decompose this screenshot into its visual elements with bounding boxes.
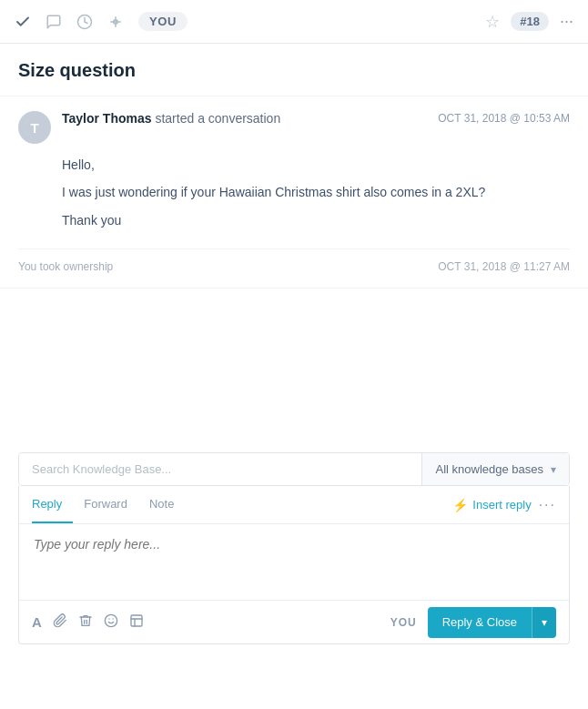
message-timestamp: OCT 31, 2018 @ 10:53 AM	[438, 112, 570, 125]
kb-dropdown[interactable]: All knowledge bases ▾	[421, 453, 569, 485]
kb-dropdown-label: All knowledge bases	[435, 462, 543, 476]
reply-close-btn-group: Reply & Close ▾	[428, 607, 556, 638]
you-badge: YOU	[138, 12, 188, 31]
message-meta: Taylor Thomas started a conversation OCT…	[62, 111, 570, 126]
tab-forward[interactable]: Forward	[73, 486, 138, 523]
insert-reply-button[interactable]: ⚡ Insert reply	[452, 498, 531, 512]
kb-search-container: All knowledge bases ▾	[18, 452, 570, 486]
ticket-badge: #18	[511, 12, 549, 31]
message-sender: Taylor Thomas	[62, 111, 152, 126]
kb-dropdown-arrow-icon: ▾	[551, 463, 556, 476]
svg-rect-7	[131, 615, 142, 626]
avatar: T	[18, 111, 51, 144]
message-line-3: Thank you	[62, 210, 570, 230]
page-title: Size question	[0, 44, 588, 96]
reply-tabs: Reply Forward Note ⚡ Insert reply ···	[19, 486, 569, 524]
reply-container: Reply Forward Note ⚡ Insert reply ··· A …	[18, 486, 570, 644]
message-header: T Taylor Thomas started a conversation O…	[18, 111, 570, 144]
reply-close-dropdown-button[interactable]: ▾	[532, 607, 556, 638]
lightning-icon: ⚡	[452, 498, 468, 512]
insert-reply-label: Insert reply	[472, 498, 531, 511]
check-icon[interactable]	[15, 14, 31, 30]
empty-space	[0, 289, 588, 434]
svg-point-4	[105, 614, 117, 626]
star-icon[interactable]: ☆	[485, 12, 500, 32]
tab-note[interactable]: Note	[138, 486, 185, 523]
filter-icon[interactable]	[107, 14, 124, 30]
kb-search-input[interactable]	[19, 453, 421, 485]
conversation-container: T Taylor Thomas started a conversation O…	[0, 96, 588, 289]
message-line-2: I was just wondering if your Hawaiian Ch…	[62, 182, 570, 202]
tab-reply[interactable]: Reply	[32, 486, 73, 523]
you-label: YOU	[390, 616, 417, 629]
emoji-icon[interactable]	[104, 613, 118, 632]
article-icon[interactable]	[129, 613, 144, 632]
message-action: started a conversation	[155, 111, 280, 126]
reply-footer: A YOU Reply & Close ▾	[19, 600, 569, 643]
text-format-icon[interactable]: A	[32, 614, 42, 630]
more-options-icon[interactable]: ···	[560, 12, 573, 31]
chat-icon[interactable]	[46, 14, 62, 30]
reply-more-icon[interactable]: ···	[539, 497, 556, 513]
reply-tabs-right: ⚡ Insert reply ···	[452, 497, 556, 513]
clock-icon[interactable]	[76, 14, 93, 30]
reply-close-button[interactable]: Reply & Close	[428, 607, 532, 638]
ownership-row: You took ownership OCT 31, 2018 @ 11:27 …	[18, 248, 570, 273]
delete-icon[interactable]	[78, 613, 93, 632]
ownership-timestamp: OCT 31, 2018 @ 11:27 AM	[438, 260, 570, 273]
top-toolbar: YOU ☆ #18 ···	[0, 0, 588, 44]
ownership-text: You took ownership	[18, 260, 113, 273]
message-line-1: Hello,	[62, 155, 570, 175]
attach-icon[interactable]	[53, 613, 67, 632]
message-body: Hello, I was just wondering if your Hawa…	[62, 155, 570, 230]
reply-textarea[interactable]	[19, 524, 569, 597]
